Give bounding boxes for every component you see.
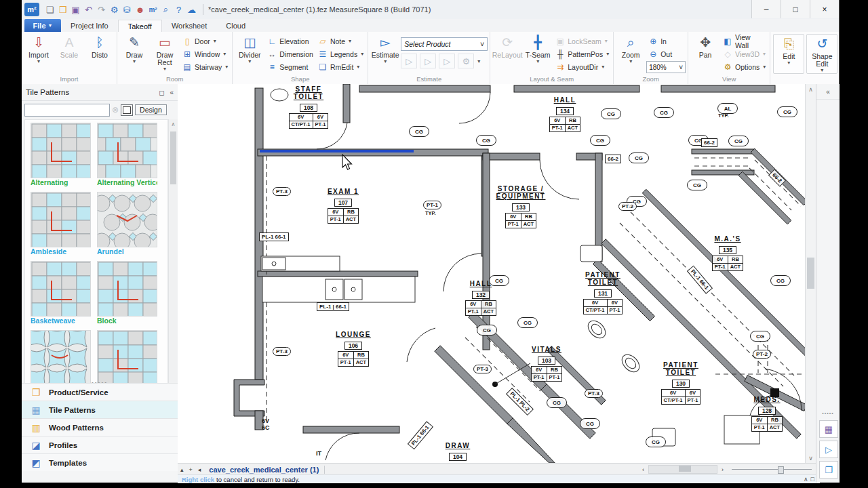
draw-button[interactable]: ✎Draw▾ [119, 33, 149, 75]
undo-icon[interactable]: ↶ [82, 3, 95, 16]
selected-wall-segment[interactable] [260, 150, 414, 152]
drawing-canvas[interactable]: STAFFTOILET1086V6VCT/PT-1PT-1HALL1346VRB… [178, 84, 816, 463]
cg-balloon: CG [654, 107, 674, 118]
window-panel-icon[interactable]: ❐ [819, 461, 838, 479]
scrollbar-thumb[interactable] [170, 131, 176, 184]
cloud-icon[interactable]: ☁ [185, 3, 198, 16]
finish-schedule: 6VRBPT-1ACT [712, 256, 743, 271]
t-seam-button[interactable]: ╋T-Seam▾ [523, 33, 553, 75]
view-wall-button[interactable]: ◧View Wall [721, 35, 768, 47]
scrollbar-thumb[interactable] [679, 466, 691, 472]
canvas-horizontal-scrollbar[interactable]: ‹ › [639, 465, 816, 474]
legends-button[interactable]: ☰Legends▾ [316, 48, 366, 60]
add-page-icon[interactable]: + [186, 466, 195, 473]
scrollbar-thumb[interactable] [807, 258, 814, 289]
scroll-down-icon[interactable]: ∨ [806, 453, 816, 463]
in-button[interactable]: ⊕In [646, 35, 686, 47]
slider-handle[interactable] [778, 466, 784, 474]
save-icon[interactable]: ▣ [69, 3, 82, 16]
status-highlight: Right click [182, 476, 214, 483]
layoutdir-button[interactable]: ⇉LayoutDir▾ [553, 61, 611, 73]
sidebar-item-templates[interactable]: ◩Templates [22, 453, 178, 471]
tab-worksheet[interactable]: Worksheet [162, 20, 216, 32]
draw-rect-button[interactable]: ▭Draw Rect▾ [150, 33, 180, 75]
scroll-right-icon[interactable]: › [719, 466, 726, 473]
design-button[interactable]: Design [135, 104, 167, 115]
msquare-icon[interactable]: m² [146, 3, 159, 16]
button-label: Pan [699, 52, 712, 59]
tab-cloud[interactable]: Cloud [216, 20, 255, 32]
swatch-button[interactable] [121, 104, 133, 116]
pan-button[interactable]: ✥Pan [690, 33, 720, 75]
play-panel-icon[interactable]: ▷ [819, 441, 838, 458]
note-button[interactable]: ▱Note▾ [316, 35, 366, 47]
collapse-panel-icon[interactable]: « [170, 89, 174, 96]
scroll-up-icon[interactable]: ∧ [806, 84, 816, 94]
layout-panel-icon[interactable]: ▦ [819, 420, 838, 438]
chevron-down-icon: ˅ [480, 40, 484, 48]
out-button[interactable]: ⊖Out [646, 48, 686, 60]
settings-icon[interactable]: ⚙ [108, 3, 121, 16]
divider-button[interactable]: ◫Divider▾ [235, 33, 264, 75]
room-label-vitals-103: VITALS1036VRBPT-1PT-1 [502, 346, 591, 382]
disto-button[interactable]: ᛒDisto [85, 33, 115, 75]
layout-status-icon[interactable]: □ [811, 476, 814, 483]
help-icon[interactable]: ? [172, 3, 185, 16]
pattern-item-alternating[interactable]: Alternating [31, 123, 91, 187]
window-title: *cave_creek_medical_center (1).fez Measu… [208, 5, 431, 14]
estimate-button[interactable]: ▻Estimate▾ [370, 33, 400, 75]
sidebar-item-product-service[interactable]: ❒Product/Service [22, 383, 178, 401]
preview-icon[interactable]: ⌕ [159, 3, 172, 16]
zoom-slider[interactable] [732, 466, 812, 473]
options-button[interactable]: ⚙Options▾ [721, 61, 768, 73]
tab-project-info[interactable]: Project Info [61, 20, 118, 32]
zoom-button[interactable]: ⌕Zoom▾ [616, 33, 646, 75]
pattern-item-block[interactable]: Block [97, 261, 157, 325]
pattern-item-basketweave[interactable]: Basketweave [31, 261, 91, 325]
collapse-right-panel-icon[interactable]: « [816, 84, 840, 100]
new-file-icon[interactable]: ❏ [43, 3, 56, 16]
elevation-button[interactable]: ∟Elevation [265, 35, 315, 47]
edit-button[interactable]: ⎘Edit▾ [773, 34, 804, 74]
expand-status-icon[interactable]: ∧ [804, 476, 808, 483]
pattern-item-ambleside[interactable]: Ambleside [31, 192, 91, 256]
scrollbar-track[interactable] [648, 465, 717, 474]
redo-icon[interactable]: ↷ [95, 3, 108, 16]
pattern-item-arundel[interactable]: Arundel [97, 192, 157, 256]
stairway-button[interactable]: ▤Stairway▾ [180, 61, 230, 73]
rmedit-button[interactable]: ❏RmEdit▾ [316, 61, 366, 73]
patternpos-button[interactable]: ╫PatternPos▾ [553, 48, 611, 60]
tab-list-icon[interactable]: ▴ [178, 466, 186, 473]
shape-edit-button[interactable]: ↺Shape Edit▾ [806, 34, 837, 74]
estimate-settings-icon: ⚙ [458, 54, 474, 68]
door-button[interactable]: ▯Door▾ [180, 35, 230, 47]
segment-button[interactable]: ≡Segment [265, 61, 315, 73]
sidebar-item-label: Templates [49, 459, 87, 467]
scroll-up-icon[interactable]: ∧ [169, 119, 178, 127]
tag-pt-3: PT-3 [273, 347, 291, 356]
minimize-button[interactable]: – [751, 0, 781, 18]
window-button[interactable]: ⊞Window▾ [180, 48, 230, 60]
document-tab[interactable]: cave_creek_medical_center (1) [203, 466, 325, 474]
tab-takeoff[interactable]: Takeoff [118, 20, 162, 32]
dimension-button[interactable]: ↔Dimension [265, 48, 315, 60]
scroll-left-icon[interactable]: ‹ [639, 466, 647, 473]
zoom-level-dropdown[interactable]: 180%˅ [646, 61, 686, 73]
maximize-button[interactable]: □ [781, 0, 810, 18]
open-icon[interactable]: ❒ [56, 3, 69, 16]
select-product-dropdown[interactable]: Select Product˅ [401, 37, 488, 51]
prev-tab-icon[interactable]: ◂ [195, 466, 204, 473]
sidebar-item-wood-patterns[interactable]: ▥Wood Patterns [22, 418, 178, 436]
file-menu-button[interactable]: File▼ [24, 19, 61, 32]
sidebar-item-profiles[interactable]: ◪Profiles [22, 436, 178, 453]
contacts-icon[interactable]: ☻ [134, 3, 146, 16]
panel-title: Tile Patterns [26, 88, 69, 96]
pattern-search-input[interactable] [24, 104, 110, 117]
close-button[interactable]: × [810, 0, 839, 18]
canvas-vertical-scrollbar[interactable]: ∧ ∨ [805, 84, 816, 463]
sidebar-item-tile-patterns[interactable]: ▦Tile Patterns [22, 401, 178, 418]
pattern-item-altvert[interactable]: Alternating Vertice [97, 123, 157, 187]
float-panel-icon[interactable]: ◻ [159, 89, 164, 96]
backup-icon[interactable]: ⛁ [121, 3, 134, 16]
import-button[interactable]: ⇩Import▾ [24, 33, 54, 75]
